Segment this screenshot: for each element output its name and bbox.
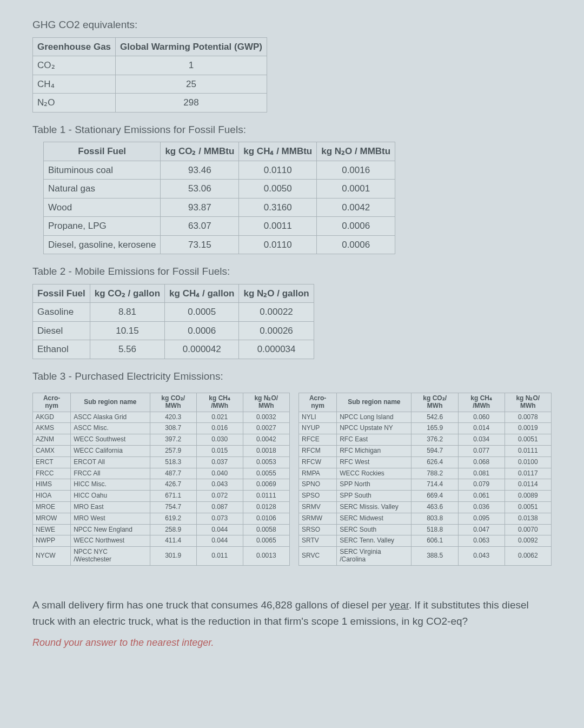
t3-sub: SPP North — [337, 479, 412, 491]
t2-n2o: 0.00022 — [239, 303, 314, 322]
t3-acro: CAMX — [33, 445, 71, 456]
t3-acro: HIMS — [33, 479, 71, 491]
t2-h3: kg CH₄ / gallon — [165, 284, 239, 303]
t1-title: Table 1 - Stationary Emissions for Fossi… — [32, 122, 552, 138]
t3-sub: SERC Midwest — [337, 513, 412, 524]
t3-co2: 754.7 — [150, 501, 196, 513]
t3-sub: WECC Southwest — [71, 434, 150, 446]
t1-h4: kg N₂O / MMBtu — [317, 142, 395, 161]
gwp-h2: Global Warming Potential (GWP) — [116, 37, 267, 56]
t3-acro: SRVC — [298, 547, 336, 566]
t3-acro: AKMS — [33, 423, 71, 434]
t3-co2: 420.3 — [150, 412, 196, 423]
t2-co2: 5.56 — [90, 340, 164, 359]
t3-sub: SERC Missis. Valley — [337, 501, 412, 513]
t3-sub: NPCC NYC /Westchester — [71, 547, 150, 566]
t3-acro: SRSO — [298, 524, 336, 535]
t3-acro: AZNM — [33, 434, 71, 446]
t3-acro: NYCW — [33, 547, 71, 566]
t3-header: Acro- nym — [298, 393, 336, 412]
t3-acro: SPSO — [298, 491, 336, 502]
t3-ch4: 0.037 — [196, 456, 243, 468]
t3-sub: ASCC Alaska Grid — [71, 412, 150, 423]
t3-sub: RFC East — [337, 434, 412, 446]
t3-n2o: 0.0053 — [243, 456, 289, 468]
t3-co2: 388.5 — [412, 547, 458, 566]
t3-n2o: 0.0027 — [243, 423, 289, 434]
t3-n2o: 0.0062 — [505, 547, 551, 566]
t3-header: kg CO₂/ MWh — [150, 393, 196, 412]
t3-co2: 714.4 — [412, 479, 458, 491]
t3-ch4: 0.072 — [196, 491, 243, 502]
t3-co2: 788.2 — [412, 468, 458, 479]
t3-sub: WECC Northwest — [71, 535, 150, 547]
t3-ch4: 0.077 — [458, 445, 505, 456]
t1-ch4: 0.3160 — [239, 198, 317, 217]
t3-n2o: 0.0070 — [505, 524, 551, 535]
t3-co2: 165.9 — [412, 423, 458, 434]
t3-acro: FRCC — [33, 468, 71, 479]
t3-sub: HICC Misc. — [71, 479, 150, 491]
gwp-gas: N₂O — [33, 94, 116, 112]
table1: Fossil Fuel kg CO₂ / MMBtu kg CH₄ / MMBt… — [43, 142, 395, 254]
t3-n2o: 0.0013 — [243, 547, 289, 566]
t3-ch4: 0.079 — [458, 479, 505, 491]
t2-h4: kg N₂O / gallon — [239, 284, 314, 303]
t3-co2: 518.8 — [412, 524, 458, 535]
table2: Fossil Fuel kg CO₂ / gallon kg CH₄ / gal… — [32, 284, 314, 359]
t3-co2: 258.9 — [150, 524, 196, 535]
t3-n2o: 0.0069 — [243, 479, 289, 491]
t3-n2o: 0.0092 — [505, 535, 551, 547]
gwp-val: 1 — [116, 56, 267, 75]
t3-ch4: 0.030 — [196, 434, 243, 446]
t3-n2o: 0.0065 — [243, 535, 289, 547]
t3-header: Sub region name — [71, 393, 150, 412]
gwp-table: Greenhouse Gas Global Warming Potential … — [32, 37, 267, 112]
t3-ch4: 0.044 — [196, 535, 243, 547]
t1-ch4: 0.0110 — [239, 161, 317, 180]
t1-h2: kg CO₂ / MMBtu — [161, 142, 239, 161]
t3-n2o: 0.0138 — [505, 513, 551, 524]
t1-ch4: 0.0011 — [239, 217, 317, 236]
gwp-val: 298 — [116, 94, 267, 112]
t3-header: Acro- nym — [33, 393, 71, 412]
t3-n2o: 0.0019 — [505, 423, 551, 434]
t3-co2: 397.2 — [150, 434, 196, 446]
t3-acro: RFCW — [298, 456, 336, 468]
t1-n2o: 0.0006 — [317, 217, 395, 236]
t1-fuel: Diesel, gasoline, kerosene — [44, 235, 161, 254]
t3-header: kg N₂O/ MWh — [243, 393, 289, 412]
t3-ch4: 0.014 — [458, 423, 505, 434]
t3-ch4: 0.036 — [458, 501, 505, 513]
t2-title: Table 2 - Mobile Emissions for Fossil Fu… — [32, 264, 552, 280]
t3-sub: RFC Michigan — [337, 445, 412, 456]
t3-co2: 594.7 — [412, 445, 458, 456]
t3-n2o: 0.0128 — [243, 501, 289, 513]
t3-n2o: 0.0111 — [243, 491, 289, 502]
t3-ch4: 0.011 — [196, 547, 243, 566]
t3-n2o: 0.0042 — [243, 434, 289, 446]
t3-acro: NEWE — [33, 524, 71, 535]
t3-co2: 518.3 — [150, 456, 196, 468]
t3-ch4: 0.081 — [458, 468, 505, 479]
t3-co2: 308.7 — [150, 423, 196, 434]
t3-n2o: 0.0078 — [505, 412, 551, 423]
t3-ch4: 0.061 — [458, 491, 505, 502]
t3-header: kg N₂O/ MWh — [505, 393, 551, 412]
t3-n2o: 0.0058 — [243, 524, 289, 535]
t3-ch4: 0.044 — [196, 524, 243, 535]
t3-acro: MROE — [33, 501, 71, 513]
t1-co2: 93.46 — [161, 161, 239, 180]
t3-acro: SRTV — [298, 535, 336, 547]
t3-acro: RMPA — [298, 468, 336, 479]
t3-co2: 426.7 — [150, 479, 196, 491]
t3-ch4: 0.073 — [196, 513, 243, 524]
t3-n2o: 0.0018 — [243, 445, 289, 456]
t3-ch4: 0.095 — [458, 513, 505, 524]
t1-co2: 63.07 — [161, 217, 239, 236]
t3-title: Table 3 - Purchased Electricity Emission… — [32, 369, 552, 385]
gwp-gas: CO₂ — [33, 56, 116, 75]
t1-fuel: Wood — [44, 198, 161, 217]
t3-n2o: 0.0106 — [243, 513, 289, 524]
t3-ch4: 0.043 — [458, 547, 505, 566]
